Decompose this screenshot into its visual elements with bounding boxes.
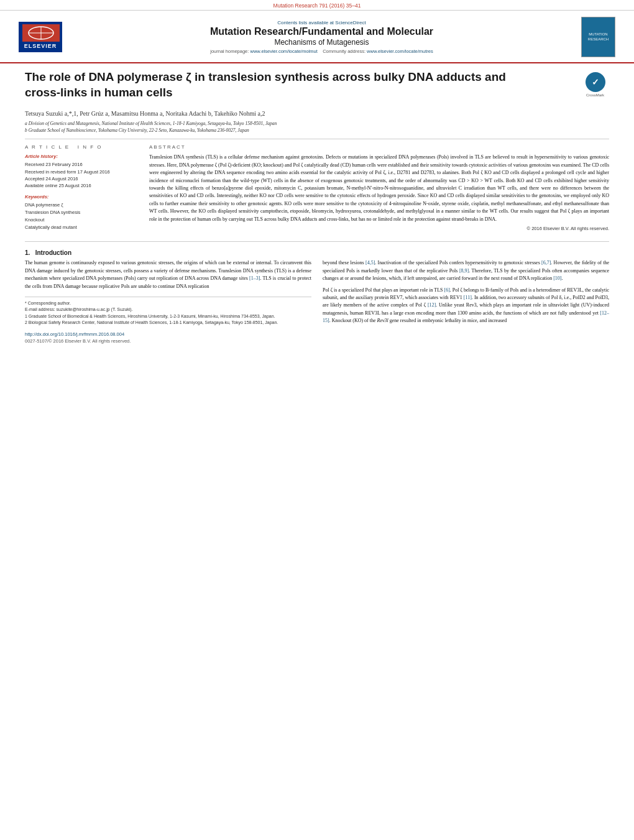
sciencedirect-link[interactable]: ScienceDirect [335,20,365,25]
journal-cover-thumbnail: MUTATIONRESEARCH [581,17,615,57]
footnote-corresponding: * Corresponding author. [25,300,311,307]
footer-doi[interactable]: http://dx.doi.org/10.1016/j.mrfmmm.2016.… [25,331,311,337]
article-history-title: Article history: [25,154,137,159]
intro-right-text-2: Pol ζ is a specialized Pol that plays an… [323,287,609,325]
keyword-4: Catalytically dead mutant [25,224,137,231]
crossmark-icon[interactable]: ✓ [586,72,605,92]
elsevier-logo: ELSEVIER [19,22,62,53]
footer-copyright: 0027-5107/© 2016 Elsevier B.V. All right… [25,338,311,344]
left-column: A R T I C L E I N F O Article history: R… [25,144,137,236]
right-column: ABSTRACT Translesion DNA synthesis (TLS)… [149,144,609,236]
ref-10[interactable]: [10] [553,275,561,281]
ref-6-7[interactable]: [6,7] [541,260,551,265]
article-history: Article history: Received 23 February 20… [25,154,137,189]
affiliations: a Division of Genetics and Mutagenesis, … [25,121,609,134]
intro-left-text: The human genome is continuously exposed… [25,259,311,290]
intro-right-text: beyond these lesions [4,5]. Inactivation… [323,259,609,282]
crossmark-label: CrossMark [586,93,604,97]
intro-left-col: The human genome is continuously exposed… [25,259,311,344]
footnotes: * Corresponding author. E-mail address: … [25,297,311,326]
journal-header-bar: Mutation Research 791 (2016) 35–41 [0,0,634,11]
paper-title-section: The role of DNA polymerase ζ in transles… [25,70,609,104]
ref-6b[interactable]: [6] [444,287,450,293]
contents-line: Contents lists available at ScienceDirec… [70,20,574,25]
affiliation-b: b Graduate School of Nanobioscience, Yok… [25,127,609,134]
keyword-2: Translesion DNA synthesis [25,209,137,216]
abstract-label: ABSTRACT [149,144,609,150]
journal-header: ELSEVIER Contents lists available at Sci… [0,12,634,63]
community-url[interactable]: www.elsevier.com/locate/mutres [367,48,433,54]
keyword-1: DNA polymerase ζ [25,201,137,209]
journal-title-main: Mutation Research/Fundamental and Molecu… [70,25,574,37]
footnote-2: 2 Biological Safety Research Center, Nat… [25,320,311,326]
introduction-section: 1. Introduction The human genome is cont… [25,249,609,344]
footnote-email: E-mail address: suzukite@hiroshima-u.ac.… [25,307,311,313]
keyword-3: Knockout [25,216,137,224]
journal-title-sub: Mechanisms of Mutagenesis [70,38,574,47]
ref-8-9[interactable]: [8,9] [459,268,469,274]
ref-4-5[interactable]: [4,5] [365,260,375,265]
ref-12[interactable]: [12] [428,302,436,308]
intro-right-col: beyond these lesions [4,5]. Inactivation… [323,259,609,344]
received-line: Received 23 February 2016 [25,161,137,168]
elsevier-logo-inner: ELSEVIER [19,22,62,53]
journal-links: journal homepage: www.elsevier.com/locat… [70,48,574,54]
keywords-block: Keywords: DNA polymerase ζ Translesion D… [25,194,137,231]
journal-ref: Mutation Research 791 (2016) 35–41 [273,2,361,9]
ref-12-15[interactable]: [12–15] [323,310,609,323]
crossmark[interactable]: ✓ CrossMark [581,70,609,97]
divider-2 [25,241,609,242]
homepage-url[interactable]: www.elsevier.com/locate/molmut [250,48,317,54]
divider-1 [25,139,609,139]
main-content: The role of DNA polymerase ζ in transles… [0,63,634,350]
intro-columns: The human genome is continuously exposed… [25,259,609,344]
ref-1-3[interactable]: [1–3] [249,275,260,281]
available-line: Available online 25 August 2016 [25,182,137,189]
intro-heading: 1. Introduction [25,249,609,256]
rev3l-italic: Rev3l [377,318,388,323]
affiliation-a: a Division of Genetics and Mutagenesis, … [25,121,609,127]
footnote-1: 1 Graduate School of Biomedical & Health… [25,313,311,320]
elsevier-wordmark: ELSEVIER [22,43,58,50]
keywords-label: Keywords: [25,194,137,200]
ref-11[interactable]: [11] [464,295,472,300]
authors-line: Tetsuya Suzuki a,*,1, Petr Grúz a, Masam… [25,109,609,118]
paper-title: The role of DNA polymerase ζ in transles… [25,70,535,100]
article-info-label: A R T I C L E I N F O [25,144,137,150]
revised-line: Received in revised form 17 August 2016 [25,168,137,175]
journal-title-block: Contents lists available at ScienceDirec… [70,20,574,53]
copyright-line: © 2016 Elsevier B.V. All rights reserved… [149,226,609,231]
abstract-text: Translesion DNA synthesis (TLS) is a cel… [149,154,609,223]
accepted-line: Accepted 24 August 2016 [25,175,137,182]
authors-section: Tetsuya Suzuki a,*,1, Petr Grúz a, Masam… [25,109,609,134]
article-body-columns: A R T I C L E I N F O Article history: R… [25,144,609,236]
